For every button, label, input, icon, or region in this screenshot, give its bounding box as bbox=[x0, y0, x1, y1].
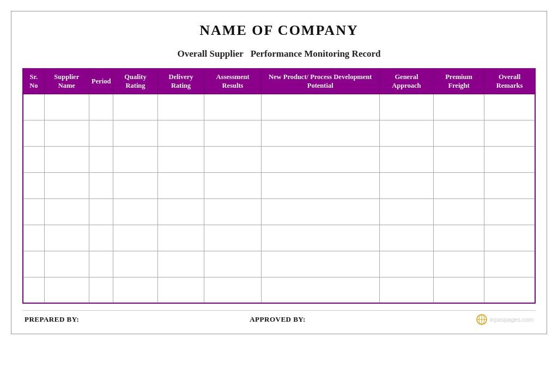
cell-r0-c5[interactable] bbox=[204, 94, 261, 120]
table-row bbox=[23, 172, 535, 198]
cell-r6-c9[interactable] bbox=[484, 251, 535, 277]
cell-r2-c6[interactable] bbox=[261, 146, 379, 172]
cell-r4-c9[interactable] bbox=[484, 198, 535, 225]
cell-r1-c3[interactable] bbox=[113, 120, 157, 146]
header-quality-rating: Quality Rating bbox=[113, 69, 157, 94]
watermark: inpaspages.com bbox=[476, 314, 533, 325]
subtitle-part1: Overall Supplier bbox=[178, 49, 244, 59]
cell-r6-c6[interactable] bbox=[261, 251, 379, 277]
cell-r4-c4[interactable] bbox=[157, 198, 204, 225]
cell-r3-c3[interactable] bbox=[113, 172, 157, 198]
table-row bbox=[23, 146, 535, 172]
table-row bbox=[23, 251, 535, 277]
cell-r5-c6[interactable] bbox=[261, 225, 379, 251]
header-general-approach: General Approach bbox=[379, 69, 433, 94]
approved-by-label: APPROVED BY: bbox=[250, 315, 306, 324]
cell-r4-c0[interactable] bbox=[23, 198, 44, 225]
cell-r7-c6[interactable] bbox=[261, 277, 379, 303]
cell-r1-c6[interactable] bbox=[261, 120, 379, 146]
prepared-by-label: PREPARED BY: bbox=[25, 315, 79, 324]
cell-r7-c7[interactable] bbox=[379, 277, 433, 303]
cell-r0-c9[interactable] bbox=[484, 94, 535, 120]
page-container: NAME OF COMPANY Overall Supplier Perform… bbox=[11, 11, 547, 334]
cell-r7-c0[interactable] bbox=[23, 277, 44, 303]
table-body bbox=[23, 94, 535, 303]
cell-r5-c1[interactable] bbox=[44, 225, 89, 251]
cell-r4-c1[interactable] bbox=[44, 198, 89, 225]
cell-r2-c4[interactable] bbox=[157, 146, 204, 172]
cell-r3-c7[interactable] bbox=[379, 172, 433, 198]
cell-r5-c5[interactable] bbox=[204, 225, 261, 251]
cell-r6-c5[interactable] bbox=[204, 251, 261, 277]
cell-r6-c0[interactable] bbox=[23, 251, 44, 277]
cell-r2-c5[interactable] bbox=[204, 146, 261, 172]
cell-r1-c1[interactable] bbox=[44, 120, 89, 146]
cell-r4-c8[interactable] bbox=[433, 198, 484, 225]
table-row bbox=[23, 198, 535, 225]
cell-r5-c3[interactable] bbox=[113, 225, 157, 251]
cell-r1-c9[interactable] bbox=[484, 120, 535, 146]
cell-r0-c2[interactable] bbox=[89, 94, 113, 120]
cell-r4-c2[interactable] bbox=[89, 198, 113, 225]
company-title: NAME OF COMPANY bbox=[22, 22, 536, 39]
supplier-table: Sr. NoSupplier NamePeriodQuality RatingD… bbox=[22, 68, 536, 304]
cell-r0-c1[interactable] bbox=[44, 94, 89, 120]
cell-r6-c8[interactable] bbox=[433, 251, 484, 277]
subtitle-part2: Performance Monitoring Record bbox=[251, 49, 381, 59]
cell-r7-c8[interactable] bbox=[433, 277, 484, 303]
cell-r3-c4[interactable] bbox=[157, 172, 204, 198]
cell-r6-c1[interactable] bbox=[44, 251, 89, 277]
cell-r2-c7[interactable] bbox=[379, 146, 433, 172]
cell-r0-c4[interactable] bbox=[157, 94, 204, 120]
cell-r6-c3[interactable] bbox=[113, 251, 157, 277]
cell-r2-c1[interactable] bbox=[44, 146, 89, 172]
cell-r3-c5[interactable] bbox=[204, 172, 261, 198]
cell-r2-c0[interactable] bbox=[23, 146, 44, 172]
watermark-icon bbox=[476, 314, 487, 325]
cell-r0-c7[interactable] bbox=[379, 94, 433, 120]
cell-r2-c3[interactable] bbox=[113, 146, 157, 172]
cell-r5-c8[interactable] bbox=[433, 225, 484, 251]
cell-r7-c5[interactable] bbox=[204, 277, 261, 303]
cell-r5-c7[interactable] bbox=[379, 225, 433, 251]
cell-r5-c0[interactable] bbox=[23, 225, 44, 251]
cell-r7-c4[interactable] bbox=[157, 277, 204, 303]
cell-r5-c2[interactable] bbox=[89, 225, 113, 251]
cell-r0-c8[interactable] bbox=[433, 94, 484, 120]
cell-r5-c9[interactable] bbox=[484, 225, 535, 251]
cell-r4-c7[interactable] bbox=[379, 198, 433, 225]
cell-r0-c0[interactable] bbox=[23, 94, 44, 120]
cell-r4-c6[interactable] bbox=[261, 198, 379, 225]
cell-r2-c8[interactable] bbox=[433, 146, 484, 172]
cell-r7-c2[interactable] bbox=[89, 277, 113, 303]
cell-r0-c3[interactable] bbox=[113, 94, 157, 120]
cell-r1-c4[interactable] bbox=[157, 120, 204, 146]
cell-r7-c9[interactable] bbox=[484, 277, 535, 303]
cell-r3-c1[interactable] bbox=[44, 172, 89, 198]
cell-r6-c2[interactable] bbox=[89, 251, 113, 277]
cell-r4-c3[interactable] bbox=[113, 198, 157, 225]
cell-r7-c1[interactable] bbox=[44, 277, 89, 303]
cell-r2-c2[interactable] bbox=[89, 146, 113, 172]
cell-r1-c2[interactable] bbox=[89, 120, 113, 146]
header-period: Period bbox=[89, 69, 113, 94]
cell-r3-c6[interactable] bbox=[261, 172, 379, 198]
cell-r3-c8[interactable] bbox=[433, 172, 484, 198]
cell-r3-c0[interactable] bbox=[23, 172, 44, 198]
cell-r7-c3[interactable] bbox=[113, 277, 157, 303]
cell-r6-c4[interactable] bbox=[157, 251, 204, 277]
cell-r4-c5[interactable] bbox=[204, 198, 261, 225]
cell-r3-c9[interactable] bbox=[484, 172, 535, 198]
cell-r0-c6[interactable] bbox=[261, 94, 379, 120]
cell-r1-c0[interactable] bbox=[23, 120, 44, 146]
cell-r3-c2[interactable] bbox=[89, 172, 113, 198]
cell-r6-c7[interactable] bbox=[379, 251, 433, 277]
table-row bbox=[23, 120, 535, 146]
cell-r1-c7[interactable] bbox=[379, 120, 433, 146]
cell-r5-c4[interactable] bbox=[157, 225, 204, 251]
header-assessment-results: Assessment Results bbox=[204, 69, 261, 94]
cell-r1-c5[interactable] bbox=[204, 120, 261, 146]
cell-r2-c9[interactable] bbox=[484, 146, 535, 172]
cell-r1-c8[interactable] bbox=[433, 120, 484, 146]
header-new-product: New Product/ Process Development Potenti… bbox=[261, 69, 379, 94]
